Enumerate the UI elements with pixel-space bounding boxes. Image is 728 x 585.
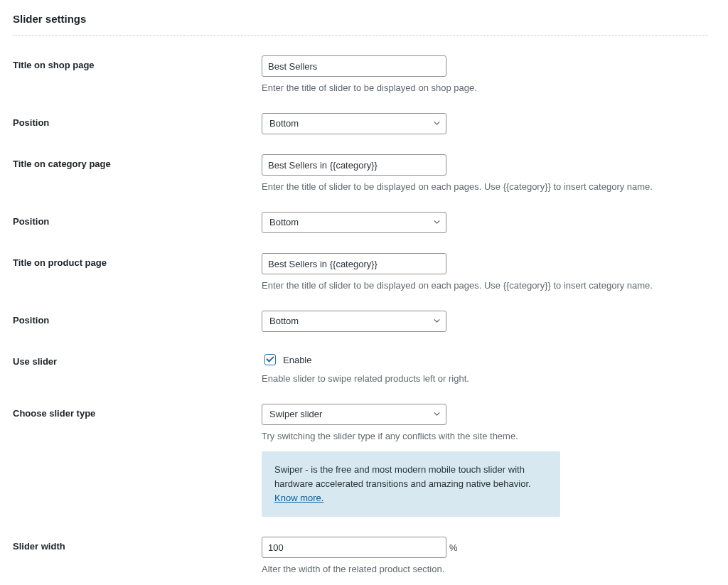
title-category-label: Title on category page xyxy=(13,159,111,169)
position-product-label: Position xyxy=(13,315,49,326)
field-col: Bottom xyxy=(262,113,708,134)
position-shop-label: Position xyxy=(13,117,49,128)
slider-type-info-box: Swiper - is the free and most modern mob… xyxy=(262,451,560,517)
section-divider xyxy=(13,35,708,36)
row-position-category: Position Bottom xyxy=(13,212,708,233)
row-use-slider: Use slider Enable Enable slider to swipe… xyxy=(13,352,708,384)
label-col: Position xyxy=(13,311,262,326)
slider-type-info-link[interactable]: Know more. xyxy=(274,493,323,503)
position-shop-select-wrap: Bottom xyxy=(262,113,446,134)
label-col: Title on product page xyxy=(13,253,262,268)
use-slider-description: Enable slider to swipe related products … xyxy=(262,373,708,384)
slider-width-input[interactable] xyxy=(262,537,446,558)
label-col: Position xyxy=(13,113,262,128)
title-shop-label: Title on shop page xyxy=(13,60,95,70)
label-col: Position xyxy=(13,212,262,227)
slider-width-label: Slider width xyxy=(13,541,65,552)
row-position-product: Position Bottom xyxy=(13,311,708,332)
label-col: Choose slider type xyxy=(13,404,262,419)
slider-type-info-text: Swiper - is the free and most modern mob… xyxy=(274,464,531,489)
field-col: Enter the title of slider to be displaye… xyxy=(262,154,708,192)
field-col: % Alter the width of the related product… xyxy=(262,537,708,574)
title-product-description: Enter the title of slider to be displaye… xyxy=(262,280,708,291)
title-shop-description: Enter the title of slider to be displaye… xyxy=(262,82,708,93)
slider-type-label: Choose slider type xyxy=(13,408,95,419)
field-col: Enter the title of slider to be displaye… xyxy=(262,55,708,93)
title-product-input[interactable] xyxy=(262,253,446,274)
title-category-input[interactable] xyxy=(262,154,446,176)
row-position-shop: Position Bottom xyxy=(13,113,708,134)
position-category-label: Position xyxy=(13,216,49,227)
position-product-select[interactable]: Bottom xyxy=(262,311,446,332)
section-title: Slider settings xyxy=(13,13,708,25)
slider-type-select-wrap: Swiper slider xyxy=(262,404,446,425)
use-slider-checkbox[interactable] xyxy=(264,354,276,365)
row-slider-width: Slider width % Alter the width of the re… xyxy=(13,537,708,574)
slider-type-select[interactable]: Swiper slider xyxy=(262,404,446,425)
slider-width-description: Alter the width of the related product s… xyxy=(262,564,708,574)
use-slider-checkbox-row: Enable xyxy=(262,352,708,367)
row-title-shop: Title on shop page Enter the title of sl… xyxy=(13,55,708,93)
slider-type-description: Try switching the slider type if any con… xyxy=(262,431,708,441)
use-slider-checkbox-label: Enable xyxy=(283,355,311,365)
label-col: Title on category page xyxy=(13,154,262,169)
field-col: Enable Enable slider to swipe related pr… xyxy=(262,352,708,384)
title-product-label: Title on product page xyxy=(13,257,107,268)
row-title-product: Title on product page Enter the title of… xyxy=(13,253,708,291)
field-col: Enter the title of slider to be displaye… xyxy=(262,253,708,291)
use-slider-label: Use slider xyxy=(13,356,57,367)
label-col: Use slider xyxy=(13,352,262,367)
row-slider-type: Choose slider type Swiper slider Try swi… xyxy=(13,404,708,517)
label-col: Slider width xyxy=(13,537,262,552)
position-shop-select[interactable]: Bottom xyxy=(262,113,446,134)
position-category-select-wrap: Bottom xyxy=(262,212,446,233)
title-category-description: Enter the title of slider to be displaye… xyxy=(262,181,708,192)
field-col: Swiper slider Try switching the slider t… xyxy=(262,404,708,517)
slider-width-suffix: % xyxy=(449,542,458,553)
position-category-select[interactable]: Bottom xyxy=(262,212,446,233)
row-title-category: Title on category page Enter the title o… xyxy=(13,154,708,192)
field-col: Bottom xyxy=(262,311,708,332)
title-shop-input[interactable] xyxy=(262,55,446,77)
label-col: Title on shop page xyxy=(13,55,262,70)
field-col: Bottom xyxy=(262,212,708,233)
position-product-select-wrap: Bottom xyxy=(262,311,446,332)
